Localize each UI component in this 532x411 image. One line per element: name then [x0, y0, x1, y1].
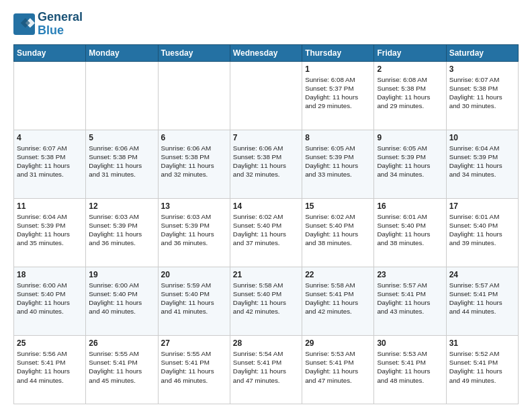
- calendar-day-cell: 16Sunrise: 6:01 AM Sunset: 5:40 PM Dayli…: [374, 198, 446, 267]
- calendar-day-cell: 18Sunrise: 6:00 AM Sunset: 5:40 PM Dayli…: [14, 267, 86, 335]
- day-info: Sunrise: 6:08 AM Sunset: 5:38 PM Dayligh…: [377, 75, 443, 111]
- day-info: Sunrise: 6:02 AM Sunset: 5:40 PM Dayligh…: [305, 212, 371, 248]
- calendar-day-cell: 29Sunrise: 5:53 AM Sunset: 5:41 PM Dayli…: [302, 335, 374, 404]
- day-number: 1: [305, 64, 371, 74]
- day-number: 7: [233, 133, 299, 142]
- day-number: 6: [161, 133, 227, 142]
- calendar-day-cell: 11Sunrise: 6:04 AM Sunset: 5:39 PM Dayli…: [14, 198, 86, 267]
- calendar-day-cell: 21Sunrise: 5:58 AM Sunset: 5:40 PM Dayli…: [230, 267, 302, 335]
- day-number: 19: [89, 270, 154, 279]
- calendar-day-cell: 2Sunrise: 6:08 AM Sunset: 5:38 PM Daylig…: [374, 61, 446, 130]
- calendar-header-row: SundayMondayTuesdayWednesdayThursdayFrid…: [14, 44, 519, 61]
- logo: General Blue: [13, 11, 83, 38]
- calendar-day-cell: 22Sunrise: 5:58 AM Sunset: 5:41 PM Dayli…: [302, 267, 374, 335]
- calendar-day-cell: 26Sunrise: 5:55 AM Sunset: 5:41 PM Dayli…: [86, 335, 158, 404]
- calendar-day-cell: 5Sunrise: 6:06 AM Sunset: 5:38 PM Daylig…: [86, 130, 158, 198]
- day-number: 20: [161, 270, 227, 279]
- day-number: 27: [161, 338, 227, 348]
- day-number: 16: [377, 201, 443, 211]
- page: General Blue SundayMondayTuesdayWednesda…: [0, 0, 532, 411]
- calendar-day-header: Saturday: [446, 44, 518, 61]
- day-number: 24: [449, 270, 515, 279]
- calendar-day-header: Tuesday: [158, 44, 230, 61]
- day-info: Sunrise: 6:05 AM Sunset: 5:39 PM Dayligh…: [377, 144, 443, 179]
- day-info: Sunrise: 6:04 AM Sunset: 5:39 PM Dayligh…: [449, 144, 515, 179]
- day-info: Sunrise: 6:03 AM Sunset: 5:39 PM Dayligh…: [161, 212, 227, 248]
- calendar-day-cell: [14, 61, 86, 130]
- day-info: Sunrise: 6:04 AM Sunset: 5:39 PM Dayligh…: [17, 212, 83, 248]
- calendar-day-header: Monday: [86, 44, 158, 61]
- day-number: 13: [161, 201, 227, 211]
- calendar-week-row: 11Sunrise: 6:04 AM Sunset: 5:39 PM Dayli…: [14, 198, 519, 267]
- calendar-day-cell: 27Sunrise: 5:55 AM Sunset: 5:41 PM Dayli…: [158, 335, 230, 404]
- logo-icon: [13, 13, 35, 35]
- day-info: Sunrise: 6:05 AM Sunset: 5:39 PM Dayligh…: [305, 144, 371, 179]
- calendar-day-cell: 14Sunrise: 6:02 AM Sunset: 5:40 PM Dayli…: [230, 198, 302, 267]
- day-info: Sunrise: 6:06 AM Sunset: 5:38 PM Dayligh…: [161, 144, 227, 179]
- calendar-day-cell: [86, 61, 158, 130]
- calendar-day-cell: [230, 61, 302, 130]
- calendar-day-cell: [158, 61, 230, 130]
- calendar-day-cell: 8Sunrise: 6:05 AM Sunset: 5:39 PM Daylig…: [302, 130, 374, 198]
- calendar-day-cell: 30Sunrise: 5:53 AM Sunset: 5:41 PM Dayli…: [374, 335, 446, 404]
- day-info: Sunrise: 6:07 AM Sunset: 5:38 PM Dayligh…: [449, 75, 515, 111]
- day-number: 21: [233, 270, 299, 279]
- calendar-day-header: Friday: [374, 44, 446, 61]
- day-number: 31: [449, 338, 515, 348]
- calendar-day-cell: 17Sunrise: 6:01 AM Sunset: 5:40 PM Dayli…: [446, 198, 518, 267]
- day-info: Sunrise: 5:53 AM Sunset: 5:41 PM Dayligh…: [305, 349, 371, 385]
- calendar-day-cell: 7Sunrise: 6:06 AM Sunset: 5:38 PM Daylig…: [230, 130, 302, 198]
- calendar-week-row: 25Sunrise: 5:56 AM Sunset: 5:41 PM Dayli…: [14, 335, 519, 404]
- calendar-day-cell: 15Sunrise: 6:02 AM Sunset: 5:40 PM Dayli…: [302, 198, 374, 267]
- day-number: 17: [449, 201, 515, 211]
- day-number: 26: [89, 338, 154, 348]
- day-info: Sunrise: 6:06 AM Sunset: 5:38 PM Dayligh…: [233, 144, 299, 179]
- day-info: Sunrise: 6:02 AM Sunset: 5:40 PM Dayligh…: [233, 212, 299, 248]
- calendar-day-cell: 12Sunrise: 6:03 AM Sunset: 5:39 PM Dayli…: [86, 198, 158, 267]
- logo-text: General Blue: [38, 11, 83, 38]
- day-info: Sunrise: 5:58 AM Sunset: 5:40 PM Dayligh…: [233, 281, 299, 316]
- day-number: 28: [233, 338, 299, 348]
- calendar-day-cell: 13Sunrise: 6:03 AM Sunset: 5:39 PM Dayli…: [158, 198, 230, 267]
- day-info: Sunrise: 6:08 AM Sunset: 5:37 PM Dayligh…: [305, 75, 371, 111]
- day-number: 29: [305, 338, 371, 348]
- day-number: 2: [377, 64, 443, 74]
- day-number: 4: [17, 133, 83, 142]
- calendar-day-cell: 10Sunrise: 6:04 AM Sunset: 5:39 PM Dayli…: [446, 130, 518, 198]
- calendar-day-cell: 1Sunrise: 6:08 AM Sunset: 5:37 PM Daylig…: [302, 61, 374, 130]
- day-number: 10: [449, 133, 515, 142]
- day-info: Sunrise: 5:57 AM Sunset: 5:41 PM Dayligh…: [377, 281, 443, 316]
- calendar-day-cell: 25Sunrise: 5:56 AM Sunset: 5:41 PM Dayli…: [14, 335, 86, 404]
- day-number: 25: [17, 338, 83, 348]
- day-info: Sunrise: 6:01 AM Sunset: 5:40 PM Dayligh…: [449, 212, 515, 248]
- day-info: Sunrise: 6:00 AM Sunset: 5:40 PM Dayligh…: [17, 281, 83, 316]
- day-info: Sunrise: 5:56 AM Sunset: 5:41 PM Dayligh…: [17, 349, 83, 385]
- calendar-day-cell: 19Sunrise: 6:00 AM Sunset: 5:40 PM Dayli…: [86, 267, 158, 335]
- calendar-week-row: 1Sunrise: 6:08 AM Sunset: 5:37 PM Daylig…: [14, 61, 519, 130]
- day-number: 15: [305, 201, 371, 211]
- day-info: Sunrise: 5:55 AM Sunset: 5:41 PM Dayligh…: [161, 349, 227, 385]
- day-number: 22: [305, 270, 371, 279]
- calendar-day-cell: 31Sunrise: 5:52 AM Sunset: 5:41 PM Dayli…: [446, 335, 518, 404]
- day-info: Sunrise: 5:59 AM Sunset: 5:40 PM Dayligh…: [161, 281, 227, 316]
- day-number: 18: [17, 270, 83, 279]
- calendar-day-cell: 3Sunrise: 6:07 AM Sunset: 5:38 PM Daylig…: [446, 61, 518, 130]
- day-info: Sunrise: 5:54 AM Sunset: 5:41 PM Dayligh…: [233, 349, 299, 385]
- calendar-day-cell: 9Sunrise: 6:05 AM Sunset: 5:39 PM Daylig…: [374, 130, 446, 198]
- day-info: Sunrise: 6:06 AM Sunset: 5:38 PM Dayligh…: [89, 144, 154, 179]
- header: General Blue: [13, 11, 519, 38]
- day-number: 3: [449, 64, 515, 74]
- calendar-day-header: Sunday: [14, 44, 86, 61]
- calendar-day-header: Thursday: [302, 44, 374, 61]
- day-info: Sunrise: 6:00 AM Sunset: 5:40 PM Dayligh…: [89, 281, 154, 316]
- day-number: 23: [377, 270, 443, 279]
- calendar-week-row: 18Sunrise: 6:00 AM Sunset: 5:40 PM Dayli…: [14, 267, 519, 335]
- calendar-day-cell: 23Sunrise: 5:57 AM Sunset: 5:41 PM Dayli…: [374, 267, 446, 335]
- calendar-day-cell: 20Sunrise: 5:59 AM Sunset: 5:40 PM Dayli…: [158, 267, 230, 335]
- day-number: 14: [233, 201, 299, 211]
- day-info: Sunrise: 5:55 AM Sunset: 5:41 PM Dayligh…: [89, 349, 154, 385]
- day-info: Sunrise: 5:57 AM Sunset: 5:41 PM Dayligh…: [449, 281, 515, 316]
- calendar-day-cell: 28Sunrise: 5:54 AM Sunset: 5:41 PM Dayli…: [230, 335, 302, 404]
- day-number: 30: [377, 338, 443, 348]
- day-info: Sunrise: 5:58 AM Sunset: 5:41 PM Dayligh…: [305, 281, 371, 316]
